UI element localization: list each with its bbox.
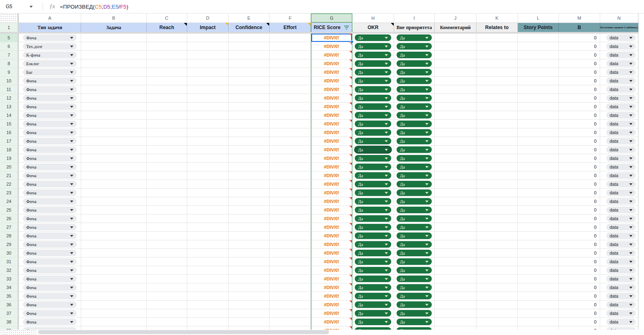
row-number[interactable]: 37	[0, 309, 19, 318]
cell-comment[interactable]	[435, 292, 476, 301]
task-type-dropdown[interactable]: Фича	[23, 121, 77, 127]
cell-b[interactable]: 0	[559, 59, 600, 68]
row-number[interactable]: 7	[0, 51, 19, 59]
cell-reach[interactable]	[147, 318, 187, 326]
cell-source[interactable]: data	[600, 51, 638, 59]
cell-relates-to[interactable]	[476, 85, 518, 94]
cell-rice-score[interactable]: #DIV/0!	[311, 206, 352, 214]
cell-impact[interactable]	[187, 326, 229, 330]
cell-rice-score[interactable]: #DIV/0!	[311, 214, 352, 223]
cell-okr[interactable]: Да	[352, 68, 394, 77]
source-dropdown[interactable]: data	[606, 155, 636, 162]
cell-confidence[interactable]	[229, 77, 270, 85]
cell-out-of-priority[interactable]: Да	[394, 59, 435, 68]
cell-relates-to[interactable]	[476, 128, 518, 137]
cell-story-points[interactable]	[518, 275, 559, 283]
cell-task-type[interactable]: Фича	[19, 111, 81, 120]
column-letter-B[interactable]: B	[81, 14, 147, 23]
source-dropdown[interactable]: data	[606, 86, 636, 93]
cell-task-type[interactable]: К-фича	[19, 51, 81, 59]
cell-reach[interactable]	[147, 214, 187, 223]
cell-effort[interactable]	[270, 51, 311, 59]
cell-task[interactable]	[81, 42, 147, 51]
cell-confidence[interactable]	[229, 128, 270, 137]
cell-effort[interactable]	[270, 85, 311, 94]
source-dropdown[interactable]: data	[606, 77, 636, 84]
row-number[interactable]: 9	[0, 68, 19, 77]
out-of-priority-dropdown[interactable]: Да	[397, 215, 432, 222]
out-of-priority-dropdown[interactable]: Да	[397, 60, 432, 67]
cell-okr[interactable]: Да	[352, 318, 394, 326]
out-of-priority-dropdown[interactable]: Да	[397, 103, 432, 110]
cell-effort[interactable]	[270, 111, 311, 120]
cell-rice-score[interactable]: #DIV/0!	[311, 94, 352, 103]
okr-dropdown[interactable]: Да	[355, 95, 391, 101]
task-type-dropdown[interactable]: Фича	[23, 198, 77, 205]
source-dropdown[interactable]: data	[606, 284, 636, 291]
cell-effort[interactable]	[270, 301, 311, 309]
cell-confidence[interactable]	[229, 171, 270, 180]
cell-story-points[interactable]	[518, 34, 559, 42]
okr-dropdown[interactable]: Да	[355, 34, 391, 41]
cell-story-points[interactable]	[518, 326, 559, 330]
cell-source[interactable]: data	[600, 301, 638, 309]
cell-confidence[interactable]	[229, 94, 270, 103]
okr-dropdown[interactable]: Да	[355, 129, 391, 136]
cell-impact[interactable]	[187, 154, 229, 163]
cell-confidence[interactable]	[229, 258, 270, 266]
cell-reach[interactable]	[147, 326, 187, 330]
cell-effort[interactable]	[270, 171, 311, 180]
cell-effort[interactable]	[270, 94, 311, 103]
cell-out-of-priority[interactable]: Да	[394, 51, 435, 59]
task-type-dropdown[interactable]: Фича	[23, 284, 77, 291]
task-type-dropdown[interactable]: Фича	[23, 112, 77, 119]
cell-reach[interactable]	[147, 146, 187, 154]
cell-impact[interactable]	[187, 103, 229, 111]
cell-confidence[interactable]	[229, 85, 270, 94]
cell-confidence[interactable]	[229, 240, 270, 249]
cell-source[interactable]: data	[600, 318, 638, 326]
cell-story-points[interactable]	[518, 258, 559, 266]
cell-okr[interactable]: Да	[352, 197, 394, 206]
source-dropdown[interactable]: data	[606, 121, 636, 127]
cell-b[interactable]: 0	[559, 146, 600, 154]
cell-relates-to[interactable]	[476, 232, 518, 240]
row-number[interactable]: 32	[0, 266, 19, 275]
cell-confidence[interactable]	[229, 180, 270, 189]
cell-task[interactable]	[81, 68, 147, 77]
cell-comment[interactable]	[435, 120, 476, 128]
cell-confidence[interactable]	[229, 223, 270, 232]
cell-okr[interactable]: Да	[352, 214, 394, 223]
source-dropdown[interactable]: data	[606, 103, 636, 110]
source-dropdown[interactable]: data	[606, 258, 636, 265]
okr-dropdown[interactable]: Да	[355, 103, 391, 110]
cell-out-of-priority[interactable]: Да	[394, 275, 435, 283]
cell-out-of-priority[interactable]: Да	[394, 42, 435, 51]
cell-comment[interactable]	[435, 163, 476, 171]
cell-rice-score[interactable]: #DIV/0!	[311, 120, 352, 128]
cell-task[interactable]	[81, 301, 147, 309]
cell-task[interactable]	[81, 120, 147, 128]
cell-story-points[interactable]	[518, 249, 559, 258]
cell-out-of-priority[interactable]: Да	[394, 120, 435, 128]
cell-b[interactable]: 0	[559, 163, 600, 171]
cell-comment[interactable]	[435, 206, 476, 214]
cell-comment[interactable]	[435, 249, 476, 258]
cell-comment[interactable]	[435, 103, 476, 111]
cell-source[interactable]: data	[600, 214, 638, 223]
cell-impact[interactable]	[187, 283, 229, 292]
cell-comment[interactable]	[435, 240, 476, 249]
okr-dropdown[interactable]: Да	[355, 319, 391, 325]
cell-okr[interactable]: Да	[352, 258, 394, 266]
cell-rice-score[interactable]: #DIV/0!	[311, 163, 352, 171]
cell-b[interactable]: 0	[559, 103, 600, 111]
cell-task-type[interactable]: Фича	[19, 292, 81, 301]
task-type-dropdown[interactable]: Фича	[23, 77, 77, 84]
cell-comment[interactable]	[435, 154, 476, 163]
cell-impact[interactable]	[187, 59, 229, 68]
cell-impact[interactable]	[187, 292, 229, 301]
source-dropdown[interactable]: data	[606, 43, 636, 50]
cell-b[interactable]: 0	[559, 77, 600, 85]
out-of-priority-dropdown[interactable]: Да	[397, 276, 432, 282]
cell-task-type[interactable]: Фича	[19, 232, 81, 240]
